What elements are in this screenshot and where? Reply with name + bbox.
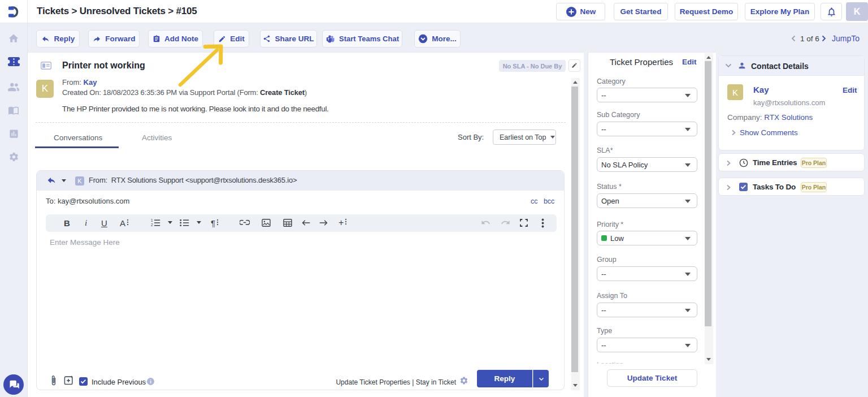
svg-text:1: 1 xyxy=(151,219,153,222)
svg-text:2: 2 xyxy=(151,223,153,227)
